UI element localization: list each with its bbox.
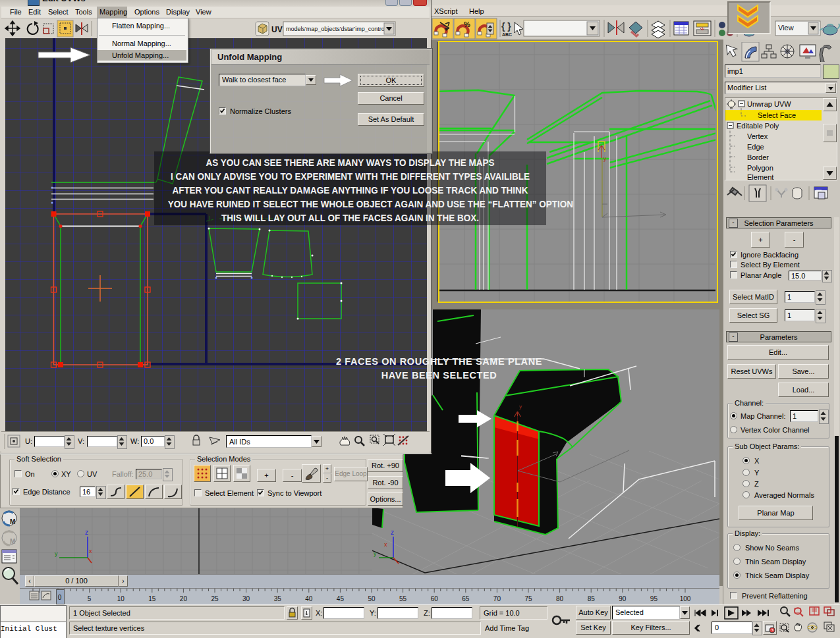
svg-text:x: x — [89, 548, 92, 554]
svg-text:ABC: ABC — [502, 32, 512, 37]
svg-text:%: % — [464, 20, 470, 28]
svg-text:55: 55 — [399, 595, 407, 602]
svg-text:M: M — [10, 538, 15, 545]
svg-text:y: y — [55, 550, 58, 557]
svg-text:65: 65 — [462, 595, 470, 602]
svg-text:60: 60 — [431, 595, 439, 602]
svg-text:View: View — [778, 24, 794, 32]
svg-text:45: 45 — [337, 595, 345, 602]
svg-text:50: 50 — [368, 595, 376, 602]
svg-text:85: 85 — [588, 595, 596, 602]
svg-text:20: 20 — [180, 595, 188, 602]
svg-text:z: z — [391, 529, 394, 536]
svg-text:70: 70 — [493, 595, 501, 602]
svg-text:90: 90 — [619, 595, 627, 602]
svg-text:100: 100 — [680, 595, 691, 602]
svg-text:15: 15 — [148, 595, 156, 602]
svg-text:UV: UV — [271, 25, 283, 34]
svg-text:y: y — [374, 550, 377, 557]
svg-text:25: 25 — [211, 595, 219, 602]
svg-text:{ }: { } — [501, 21, 511, 32]
svg-text:80: 80 — [556, 595, 564, 602]
svg-text:10: 10 — [117, 595, 125, 602]
svg-text:y: y — [519, 404, 522, 410]
svg-text:75: 75 — [524, 595, 532, 602]
svg-text:30: 30 — [242, 595, 250, 602]
svg-text:M: M — [10, 518, 15, 525]
svg-text:95: 95 — [650, 595, 658, 602]
svg-text:z: z — [85, 529, 88, 536]
svg-text:x: x — [384, 541, 387, 548]
svg-text:35: 35 — [274, 595, 282, 602]
svg-text:models'map_objects'dstar'imp_c: models'map_objects'dstar'imp_contro — [286, 26, 385, 32]
svg-text:5: 5 — [88, 595, 92, 602]
svg-text:40: 40 — [305, 595, 313, 602]
